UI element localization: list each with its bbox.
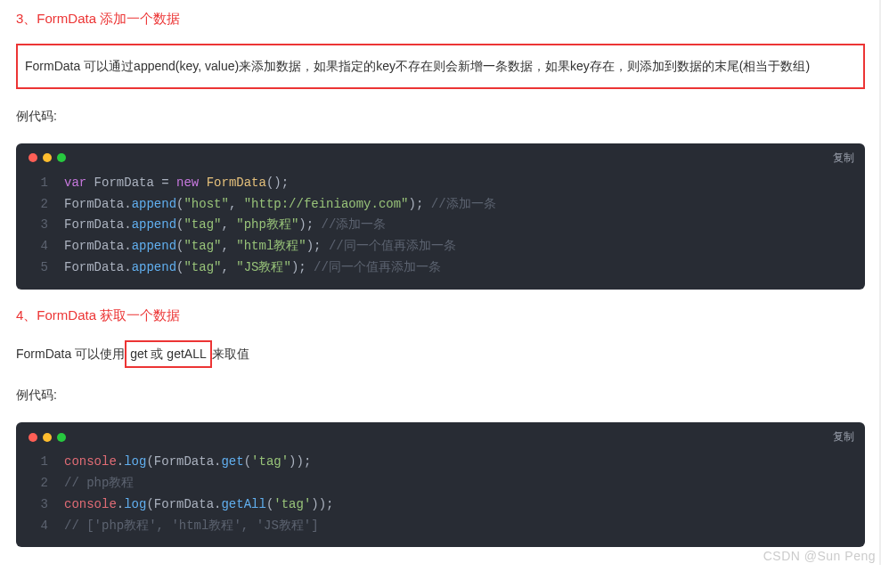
code-line: 1 var FormData = new FormData();	[16, 173, 865, 194]
code-header: 复制	[16, 422, 865, 448]
token-comment: //添加一条	[431, 197, 496, 211]
token-text: .	[117, 454, 124, 469]
para-text-before: FormData 可以使用	[16, 347, 125, 361]
token-text: FormData =	[86, 176, 176, 190]
line-number: 1	[29, 452, 48, 473]
token-text: ();	[266, 176, 289, 190]
example-label-1: 例代码:	[16, 105, 865, 127]
token-text: ,	[221, 260, 236, 274]
window-dots	[29, 433, 66, 442]
token-text: FormData.	[64, 197, 132, 211]
token-text: (FormData.	[146, 454, 221, 469]
token-comment: //同一个值再添加一条	[329, 239, 456, 253]
line-number: 2	[29, 194, 48, 216]
watermark: CSDN @Sun Peng	[763, 549, 876, 563]
code-body-1[interactable]: 1 var FormData = new FormData(); 2 FormD…	[16, 169, 865, 290]
token-string: 'tag'	[251, 454, 289, 469]
dot-green-icon	[57, 433, 66, 442]
token-string: "tag"	[184, 239, 221, 253]
line-number: 3	[29, 215, 48, 236]
code-line: 3 FormData.append("tag", "php教程"); //添加一…	[16, 215, 865, 236]
token-function: append	[132, 217, 176, 232]
dot-yellow-icon	[43, 433, 52, 442]
token-string: "host"	[184, 197, 228, 211]
token-text: FormData.	[64, 239, 132, 253]
code-line: 1 console.log(FormData.get('tag'));	[16, 452, 865, 473]
token-function: append	[132, 260, 176, 274]
token-text: FormData.	[64, 260, 132, 274]
code-line: 4 FormData.append("tag", "html教程"); //同一…	[16, 236, 865, 257]
token-object: console	[64, 454, 117, 469]
code-line: 3 console.log(FormData.getAll('tag'));	[16, 494, 865, 516]
token-string: "html教程"	[236, 239, 306, 253]
token-text: );	[298, 217, 321, 232]
copy-button[interactable]: 复制	[833, 429, 854, 445]
token-function: log	[124, 454, 146, 469]
example-label-2: 例代码:	[16, 384, 865, 406]
token-function: append	[132, 239, 176, 253]
token-text: );	[291, 260, 314, 274]
line-number: 4	[29, 516, 48, 537]
token-comment: // php教程	[64, 476, 134, 490]
token-string: "tag"	[184, 217, 221, 232]
line-number: 3	[29, 494, 48, 516]
token-text: (FormData.	[146, 497, 221, 511]
token-object: console	[64, 497, 117, 511]
token-text: ,	[229, 197, 244, 211]
token-keyword: new	[176, 176, 199, 190]
token-text: ));	[311, 497, 333, 511]
token-function: append	[132, 197, 176, 211]
line-number: 2	[29, 473, 48, 494]
token-function: get	[221, 454, 243, 469]
token-string: "tag"	[184, 260, 221, 274]
code-line: 5 FormData.append("tag", "JS教程"); //同一个值…	[16, 257, 865, 279]
token-string: "http://feiniaomy.com"	[244, 197, 409, 211]
token-text: ,	[221, 239, 236, 253]
token-text: ));	[289, 454, 311, 469]
window-dots	[29, 153, 66, 162]
code-line: 2 FormData.append("host", "http://feinia…	[16, 194, 865, 216]
dot-yellow-icon	[43, 153, 52, 162]
token-text: );	[409, 197, 431, 211]
token-string: "php教程"	[236, 217, 298, 232]
token-text: FormData.	[64, 217, 132, 232]
section-3-description-box: FormData 可以通过append(key, value)来添加数据，如果指…	[16, 44, 865, 89]
section-4-description: FormData 可以使用 get 或 getALL 来取值	[16, 340, 865, 368]
dot-red-icon	[29, 433, 37, 442]
dot-red-icon	[29, 153, 37, 162]
token-comment: //添加一条	[322, 217, 387, 232]
code-header: 复制	[16, 143, 865, 169]
code-block-2: 复制 1 console.log(FormData.get('tag')); 2…	[16, 422, 865, 547]
token-class: FormData	[207, 176, 266, 190]
code-line: 2 // php教程	[16, 473, 865, 494]
section-4-heading: 4、FormData 获取一个数据	[16, 307, 865, 324]
token-text: (	[244, 454, 251, 469]
token-text: .	[117, 497, 124, 511]
token-text: ,	[221, 217, 236, 232]
token-comment: //同一个值再添加一条	[314, 260, 441, 274]
token-text: );	[306, 239, 329, 253]
token-string: "JS教程"	[236, 260, 291, 274]
token-text	[199, 176, 206, 190]
dot-green-icon	[57, 153, 66, 162]
token-function: getAll	[221, 497, 265, 511]
code-block-1: 复制 1 var FormData = new FormData(); 2 Fo…	[16, 143, 865, 290]
token-function: log	[124, 497, 146, 511]
code-body-2[interactable]: 1 console.log(FormData.get('tag')); 2 //…	[16, 448, 865, 547]
para-text-after: 来取值	[212, 347, 249, 361]
token-string: 'tag'	[273, 497, 311, 511]
token-comment: // ['php教程', 'html教程', 'JS教程']	[64, 519, 319, 533]
code-line: 4 // ['php教程', 'html教程', 'JS教程']	[16, 516, 865, 537]
token-keyword: var	[64, 176, 86, 190]
line-number: 1	[29, 173, 48, 194]
line-number: 4	[29, 236, 48, 257]
copy-button[interactable]: 复制	[833, 151, 854, 166]
line-number: 5	[29, 257, 48, 279]
inline-highlight-box: get 或 getALL	[125, 340, 212, 368]
section-3-heading: 3、FormData 添加一个数据	[16, 11, 865, 28]
